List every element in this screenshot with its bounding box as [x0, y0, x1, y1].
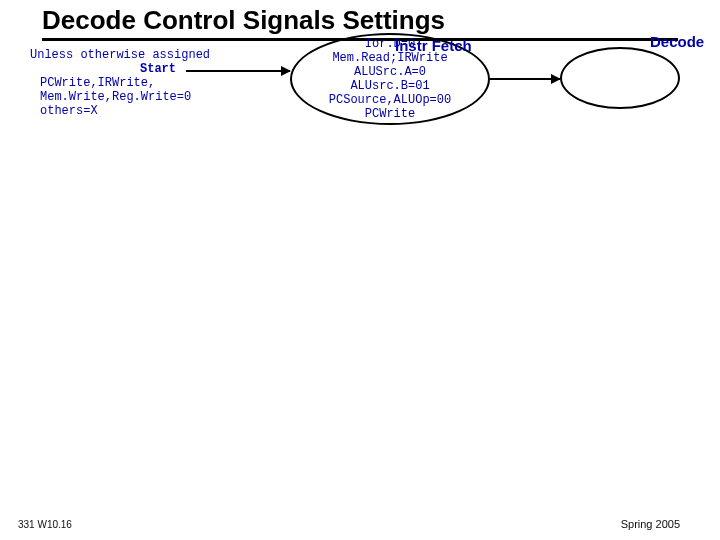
- state-decode: [560, 47, 680, 109]
- defaults-heading: Unless otherwise assigned: [30, 48, 210, 62]
- slide: Decode Control Signals Settings Unless o…: [0, 0, 720, 540]
- start-label: Start: [140, 62, 176, 76]
- state-instr-fetch-signals: Ior.D=0 Mem.Read;IRWrite ALUSrc.A=0 ALUs…: [300, 37, 480, 121]
- arrow-fetch-to-decode: [490, 78, 560, 80]
- footer-right: Spring 2005: [621, 518, 680, 530]
- page-title: Decode Control Signals Settings: [42, 5, 678, 36]
- footer-left: 331 W10.16: [18, 519, 72, 530]
- state-decode-label: Decode: [650, 33, 704, 50]
- defaults-values: PCWrite,IRWrite, Mem.Write,Reg.Write=0 o…: [40, 76, 191, 118]
- arrow-start-to-fetch: [186, 70, 290, 72]
